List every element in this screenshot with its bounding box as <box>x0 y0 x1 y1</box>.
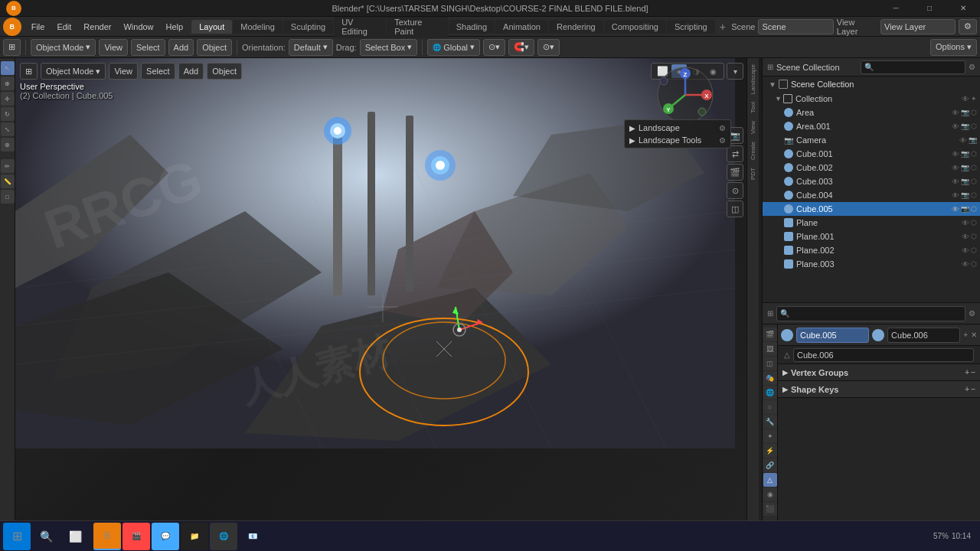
scene-selector[interactable]: Scene <box>758 19 833 34</box>
cube-001-row[interactable]: Cube.001 👁 📷 ⬡ <box>763 147 980 161</box>
proportional-editing-button[interactable]: ⊙▾ <box>537 39 560 56</box>
view-layer-selector[interactable]: View Layer <box>880 19 956 34</box>
cube-002-sel-icon[interactable]: ⬡ <box>971 164 977 171</box>
object-menu-button[interactable]: Object <box>197 39 232 56</box>
object-mode-dropdown[interactable]: Object Mode ▾ <box>31 39 96 56</box>
vertex-groups-remove-icon[interactable]: − <box>971 368 975 377</box>
xray-toggle-button[interactable]: ◫ <box>727 201 743 217</box>
search-taskbar-button[interactable]: 🔍 <box>32 523 60 550</box>
maximize-button[interactable]: □ <box>913 0 946 17</box>
drag-dropdown[interactable]: Select Box ▾ <box>360 39 418 56</box>
plane-003-vis-icon[interactable]: 👁 <box>962 260 969 269</box>
add-workspace-button[interactable]: + <box>716 19 730 34</box>
properties-options-icon[interactable]: ⚙ <box>969 309 975 318</box>
area-vis-icon[interactable]: 👁 <box>952 109 959 117</box>
viewport-mode-button[interactable]: Object Mode ▾ <box>41 63 106 80</box>
add-menu-button[interactable]: Add <box>168 39 194 56</box>
area-row[interactable]: Area 👁 📷 ⬡ <box>763 106 980 119</box>
outliner-filter-icon[interactable]: ⚙ <box>969 63 975 71</box>
transform-global-dropdown[interactable]: 🌐 Global ▾ <box>427 39 480 56</box>
viewport-view-button[interactable]: View <box>109 63 138 80</box>
viewport-select-button[interactable]: Select <box>141 63 175 80</box>
viewport-options-button[interactable]: ▾ <box>727 63 743 80</box>
collection-row[interactable]: ▼ Collection 👁 ✦ <box>763 92 980 106</box>
rotate-tool[interactable]: ↻ <box>1 107 15 121</box>
menu-edit[interactable]: Edit <box>51 21 77 33</box>
tool-tab[interactable]: Tool <box>749 99 757 116</box>
area-001-vis-icon[interactable]: 👁 <box>952 122 959 131</box>
close-button[interactable]: ✕ <box>946 0 980 17</box>
app-icon-5[interactable]: 📧 <box>239 523 266 550</box>
plane-vis-icon[interactable]: 👁 <box>962 219 969 227</box>
cube-005-row[interactable]: Cube.005 👁 📷 ⬡ <box>763 202 980 216</box>
navigation-gizmo[interactable]: Z Y X <box>655 64 716 126</box>
cube-003-vis-icon[interactable]: 👁 <box>952 178 959 186</box>
area-001-sel-icon[interactable]: ⬡ <box>971 122 977 130</box>
area-001-render-icon[interactable]: 📷 <box>961 122 969 130</box>
cursor-tool[interactable]: ⊕ <box>1 77 15 90</box>
texture-props-tab[interactable]: ⬛ <box>763 502 777 516</box>
view-layer-props-tab[interactable]: ◫ <box>763 357 777 370</box>
pdt-tab[interactable]: PDT <box>749 165 757 183</box>
scene-collection-row[interactable]: ▼ Scene Collection <box>763 77 980 92</box>
active-object-field[interactable]: Cube.005 <box>796 328 869 343</box>
shape-keys-remove-button[interactable]: − <box>971 385 975 393</box>
cube-002-render-icon[interactable]: 📷 <box>961 164 969 171</box>
menu-help[interactable]: Help <box>161 21 189 33</box>
tab-uv-editing[interactable]: UV Editing <box>334 15 386 38</box>
outliner-search-input[interactable] <box>861 60 965 74</box>
collection-vis-icon[interactable]: 👁 <box>962 95 969 103</box>
prop-close-icon[interactable]: ✕ <box>971 331 977 339</box>
scene-options-button[interactable]: ⚙ <box>959 19 977 34</box>
vertex-groups-add-icon[interactable]: + <box>965 368 969 377</box>
snapping-button[interactable]: 🧲▾ <box>508 39 534 56</box>
landscape-item[interactable]: ▶ Landscape ⚙ <box>625 122 730 134</box>
modifier-props-tab[interactable]: 🔧 <box>763 415 777 429</box>
linked-object-field[interactable]: Cube.006 <box>887 328 960 343</box>
plane-001-vis-icon[interactable]: 👁 <box>962 233 969 241</box>
select-tool[interactable]: ↖ <box>1 61 15 75</box>
view-menu-button[interactable]: View <box>99 39 128 56</box>
landscape-tab[interactable]: Landscape <box>749 61 757 97</box>
editor-mode-dropdown[interactable]: ⊞ <box>20 63 38 80</box>
constraints-props-tab[interactable]: 🔗 <box>763 458 777 472</box>
view-tab[interactable]: View <box>749 118 757 137</box>
viewport-object-button[interactable]: Object <box>207 63 242 80</box>
landscape-tools-item[interactable]: ▶ Landscape Tools ⚙ <box>625 134 730 146</box>
tab-compositing[interactable]: Compositing <box>604 20 666 34</box>
scale-tool[interactable]: ⤡ <box>1 122 15 136</box>
tab-scripting[interactable]: Scripting <box>667 20 715 34</box>
tab-modeling[interactable]: Modeling <box>233 20 283 34</box>
shape-keys-add-button[interactable]: + <box>965 385 969 393</box>
cube-003-render-icon[interactable]: 📷 <box>961 178 969 185</box>
physics-props-tab[interactable]: ⚡ <box>763 444 777 458</box>
tab-sculpting[interactable]: Sculpting <box>283 20 333 34</box>
add-cube-tool[interactable]: □ <box>1 190 15 204</box>
area-001-row[interactable]: Area.001 👁 📷 ⬡ <box>763 119 980 133</box>
menu-file[interactable]: File <box>26 21 51 33</box>
plane-002-vis-icon[interactable]: 👁 <box>962 246 969 255</box>
plane-001-render-icon[interactable]: ⬡ <box>971 233 977 240</box>
plane-render-icon[interactable]: ⬡ <box>971 219 977 227</box>
camera-render-icon[interactable]: 📷 <box>969 136 977 144</box>
cube-003-sel-icon[interactable]: ⬡ <box>971 178 977 185</box>
tab-rendering[interactable]: Rendering <box>549 20 603 34</box>
camera-vis-icon[interactable]: 👁 <box>959 136 967 145</box>
material-props-tab[interactable]: ◉ <box>763 487 777 501</box>
app-icon-1[interactable]: 🎬 <box>122 523 150 550</box>
plane-002-row[interactable]: Plane.002 👁 ⬡ <box>763 243 980 257</box>
cube-004-render-icon[interactable]: 📷 <box>961 191 969 199</box>
plane-001-row[interactable]: Plane.001 👁 ⬡ <box>763 230 980 243</box>
mesh-name-field[interactable]: Cube.006 <box>793 348 974 362</box>
plane-002-render-icon[interactable]: ⬡ <box>971 246 977 254</box>
tab-animation[interactable]: Animation <box>495 20 548 34</box>
shape-keys-header[interactable]: ▶ Shape Keys + − <box>778 381 980 398</box>
cube-002-vis-icon[interactable]: 👁 <box>952 164 959 172</box>
task-view-button[interactable]: ⬜ <box>61 523 89 550</box>
annotate-tool[interactable]: ✏ <box>1 159 15 173</box>
cube-002-row[interactable]: Cube.002 👁 📷 ⬡ <box>763 161 980 174</box>
scene-props-tab[interactable]: 🎭 <box>763 371 777 385</box>
cube-004-row[interactable]: Cube.004 👁 📷 ⬡ <box>763 188 980 202</box>
tab-shading[interactable]: Shading <box>449 20 495 34</box>
menu-window[interactable]: Window <box>118 21 158 33</box>
